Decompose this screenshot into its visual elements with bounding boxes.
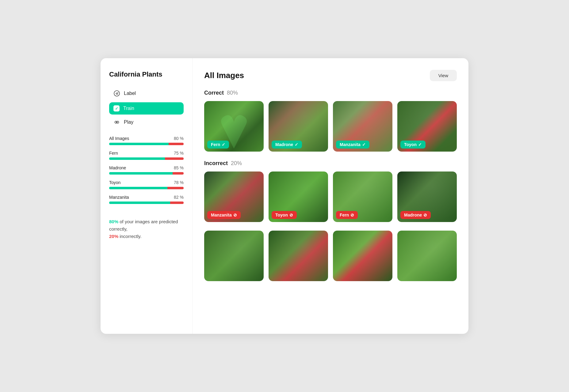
sidebar-train-text: Train [123,106,134,111]
incorrect-image-grid: Manzanita ⊘ Toyon ⊘ Fern [204,172,457,222]
incorrect-x-icon: ⊘ [350,213,354,217]
play-icon [113,119,120,126]
correct-pct-display: 80% [225,90,238,96]
image-card-toyon-correct[interactable]: Toyon ✓ [397,101,457,152]
card-label-manzanita-correct: Manzanita ✓ [336,141,369,149]
card-label-text: Fern [340,213,349,217]
correct-section-title: Correct 80% [204,90,457,96]
stat-fern: Fern 75 % [109,151,184,160]
progress-red-toyon [167,187,184,189]
card-label-fern-correct: Fern ✓ [207,141,229,149]
stat-madrone-label: Madrone [109,165,126,170]
card-label-text: Fern [211,142,220,147]
image-card-fern-correct[interactable]: Fern ✓ [204,101,264,152]
card-label-fern-incorrect: Fern ⊘ [336,211,358,219]
image-card-bottom-2[interactable] [269,231,328,281]
summary-text-before: of your images are predicted correctly, [109,219,178,232]
progress-red [169,143,184,145]
sidebar-label-text: Label [124,91,136,96]
image-card-manzanita-incorrect[interactable]: Manzanita ⊘ [204,172,264,222]
image-card-madrone-correct[interactable]: Madrone ✓ [269,101,328,152]
summary-text: 80% of your images are predicted correct… [109,218,184,240]
incorrect-section-title: Incorrect 20% [204,160,457,167]
summary-text-after: incorrectly. [118,234,142,239]
stat-toyon: Toyon 78 % [109,180,184,189]
progress-green-fern [109,157,165,160]
bottom-section [204,231,457,281]
stat-toyon-label: Toyon [109,180,120,185]
sidebar-item-label[interactable]: Label [109,87,184,100]
main-title: All Images [204,71,244,80]
card-label-madrone-correct: Madrone ✓ [272,141,302,149]
progress-green-madrone [109,172,173,175]
incorrect-pct: 20% [109,234,118,239]
bottom-image-grid [204,231,457,281]
sidebar-item-play[interactable]: Play [109,116,184,129]
sidebar-item-train[interactable]: Train [109,102,184,115]
image-card-bottom-4[interactable] [397,231,457,281]
card-label-manzanita-incorrect: Manzanita ⊘ [207,211,241,219]
stat-all-images-label: All Images [109,136,129,141]
stat-fern-bar [109,157,184,160]
card-label-text: Toyon [404,142,417,147]
stats-list: All Images 80 % Fern 75 % [109,136,184,209]
main-content: All Images View Correct 80% Fern [193,58,468,334]
card-label-text: Manzanita [340,142,361,147]
stat-madrone-value: 85 % [174,165,184,170]
incorrect-pct-display: 20% [229,160,242,166]
stat-manzanita: Manzanita 82 % [109,195,184,204]
image-card-bottom-1[interactable] [204,231,264,281]
progress-green-manzanita [109,202,170,204]
progress-green-toyon [109,187,167,189]
stat-manzanita-bar [109,202,184,204]
stat-madrone-bar [109,172,184,175]
app-title: California Plants [109,70,184,78]
card-label-madrone-incorrect: Madrone ⊘ [400,211,431,219]
card-label-text: Madrone [404,213,422,217]
stat-all-images-bar [109,143,184,145]
label-icon [113,90,120,97]
correct-pct: 80% [109,219,118,224]
train-check-icon [113,105,120,111]
stat-manzanita-label: Manzanita [109,195,129,200]
stat-fern-label: Fern [109,151,118,156]
image-card-fern-incorrect[interactable]: Fern ⊘ [333,172,392,222]
card-label-toyon-correct: Toyon ✓ [400,141,426,149]
correct-check-icon: ✓ [418,142,422,147]
correct-image-grid: Fern ✓ Madrone ✓ Manzanita [204,101,457,152]
image-card-bottom-3[interactable] [333,231,392,281]
view-button[interactable]: View [430,70,457,81]
stat-fern-value: 75 % [174,151,184,156]
progress-red-madrone [173,172,184,175]
incorrect-section: Incorrect 20% Manzanita ⊘ Toyon [204,160,457,222]
card-label-text: Madrone [275,142,293,147]
stat-madrone: Madrone 85 % [109,165,184,175]
app-container: California Plants Label Train [101,58,468,334]
correct-section: Correct 80% Fern ✓ [204,90,457,152]
image-card-manzanita-correct[interactable]: Manzanita ✓ [333,101,392,152]
sidebar-play-text: Play [124,119,133,125]
image-card-toyon-incorrect[interactable]: Toyon ⊘ [269,172,328,222]
progress-red-manzanita [170,202,184,204]
stat-toyon-bar [109,187,184,189]
svg-point-0 [114,91,120,96]
incorrect-x-icon: ⊘ [233,213,237,217]
progress-red-fern [165,157,184,160]
incorrect-x-icon: ⊘ [289,213,293,217]
card-label-toyon-incorrect: Toyon ⊘ [272,211,297,219]
stat-manzanita-value: 82 % [174,195,184,200]
stat-all-images-value: 80 % [174,136,184,141]
correct-check-icon: ✓ [222,142,225,147]
incorrect-x-icon: ⊘ [423,213,427,217]
correct-check-icon: ✓ [295,142,298,147]
progress-green [109,143,169,145]
stat-all-images: All Images 80 % [109,136,184,145]
incorrect-label: Incorrect [204,160,228,166]
sidebar: California Plants Label Train [101,58,193,334]
stat-toyon-value: 78 % [174,180,184,185]
correct-label: Correct [204,90,224,96]
card-label-text: Toyon [275,213,288,217]
card-label-text: Manzanita [211,213,232,217]
correct-check-icon: ✓ [362,142,366,147]
image-card-madrone-incorrect[interactable]: Madrone ⊘ [397,172,457,222]
